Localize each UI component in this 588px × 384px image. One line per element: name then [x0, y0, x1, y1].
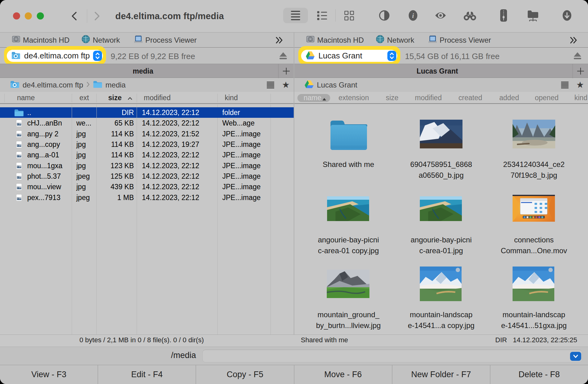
breadcrumb-item[interactable]: Lucas Grant [317, 81, 357, 89]
favorites-label: Process Viewer [440, 36, 491, 45]
grid-item-label[interactable]: Shared with me [305, 159, 392, 170]
pane-divider[interactable] [294, 32, 294, 347]
grid-item-label[interactable]: connectionsComman...One.mov [491, 234, 577, 256]
favorites-item-network[interactable]: Network [82, 32, 120, 48]
favorites-item-process-viewer[interactable]: Process Viewer [134, 32, 197, 48]
column-header-modified[interactable]: modified [144, 94, 171, 102]
file-thumbnail[interactable] [327, 270, 369, 298]
table-row[interactable]: pex...7913jpeg1 MB14.12.2023, 22:12JPE..… [0, 192, 294, 203]
breadcrumb-item[interactable]: media [105, 81, 126, 89]
favorites-item-network[interactable]: Network [376, 32, 414, 48]
breadcrumb-item[interactable]: de4.eltima.com ftp [23, 81, 83, 89]
grid-item-name-line2: e-14541...a copy.jpg [398, 320, 484, 331]
table-row[interactable]: cHJ...anBnwe...65 KB14.12.2023, 22:12Web… [0, 118, 294, 128]
table-row[interactable]: ..DIR14.12.2023, 22:12folder [0, 107, 294, 118]
cell-size: 123 KB [96, 162, 134, 170]
table-row[interactable]: phot...5.37jpeg125 KB14.12.2023, 22:12JP… [0, 171, 294, 181]
grid-item-label[interactable]: mountain_ground_by_burtn...llview.jpg [305, 309, 392, 331]
zoom-button[interactable] [37, 12, 44, 19]
column-header-added[interactable]: added [499, 94, 519, 102]
view-mode-icon[interactable] [267, 82, 274, 90]
table-row[interactable]: ang...a-01jpg114 KB14.12.2023, 22:12JPE.… [0, 150, 294, 160]
show-hidden-icon[interactable] [435, 11, 446, 22]
file-thumbnail[interactable] [420, 120, 462, 148]
close-button[interactable] [13, 12, 20, 19]
column-header-kind[interactable]: kind [225, 94, 238, 102]
view-mode-icon[interactable] [561, 82, 569, 90]
table-row[interactable]: ang...py 2jpg114 KB14.12.2023, 21:52JPE.… [0, 129, 294, 139]
network-icon[interactable] [527, 10, 539, 23]
file-thumbnail[interactable] [327, 196, 369, 221]
column-header-size[interactable]: size [386, 94, 398, 102]
cell-name: pex...7913 [27, 194, 60, 202]
view-grid-icon[interactable] [344, 11, 354, 22]
file-thumbnail[interactable] [513, 267, 554, 301]
drive-selector[interactable]: de4.eltima.com ftp [7, 50, 103, 62]
table-row[interactable]: mou...viewjpg439 KB14.12.2023, 22:12JPE.… [0, 181, 294, 192]
more-favorites-icon[interactable] [570, 37, 578, 45]
favorites-item-macintosh-hd[interactable]: Macintosh HD [306, 32, 364, 48]
column-header-ext[interactable]: ext [79, 94, 89, 102]
eject-icon[interactable] [574, 52, 581, 61]
file-thumbnail[interactable] [513, 120, 555, 148]
cell-kind: JPE...image [222, 140, 261, 149]
command-input[interactable] [202, 350, 582, 362]
function-key-move-f6[interactable]: Move - F6 [294, 365, 392, 384]
drive-selector-stepper[interactable] [387, 51, 396, 61]
column-header-created[interactable]: created [458, 94, 482, 102]
column-header-extension[interactable]: extension [339, 94, 369, 102]
grid-item-label[interactable]: angourie-bay-picnic-area-01.jpg [398, 234, 484, 256]
grid-item-label[interactable]: mountain-landscape-14541...a copy.jpg [398, 309, 484, 331]
function-key-view-f3[interactable]: View - F3 [0, 365, 98, 384]
google-drive-icon [306, 51, 315, 61]
forward-icon[interactable] [93, 11, 101, 21]
breadcrumb-right: Lucas Grant [305, 78, 357, 92]
new-tab-icon[interactable] [282, 67, 290, 76]
grid-item-name-line1: angourie-bay-picni [398, 234, 484, 245]
function-key-edit-f4[interactable]: Edit - F4 [98, 365, 196, 384]
drive-selector-stepper[interactable] [93, 51, 102, 61]
command-history-button[interactable] [570, 352, 581, 361]
view-detail-icon[interactable] [317, 11, 327, 21]
archive-icon[interactable] [499, 9, 509, 23]
column-header-separator [137, 94, 137, 102]
eject-icon[interactable] [279, 52, 287, 61]
file-thumbnail[interactable] [420, 196, 462, 221]
tab-title-left[interactable]: media [0, 64, 286, 78]
column-header-name[interactable]: name [304, 94, 322, 102]
table-row[interactable]: ang...copyjpg114 KB14.12.2023, 19:27JPE.… [0, 139, 294, 150]
tab-title-right[interactable]: Lucas Grant [294, 64, 580, 78]
toggle-panel-icon[interactable] [379, 10, 390, 22]
function-key-copy-f5[interactable]: Copy - F5 [196, 365, 294, 384]
column-header-name[interactable]: name [17, 94, 35, 102]
grid-item-label[interactable]: angourie-bay-picnic-area-01 copy.jpg [305, 234, 392, 256]
back-icon[interactable] [70, 11, 78, 21]
image-file-icon [16, 130, 22, 139]
folder-thumbnail[interactable] [329, 117, 368, 151]
image-file-icon [16, 151, 22, 160]
column-header-modified[interactable]: modified [415, 94, 442, 102]
column-header-opened[interactable]: opened [535, 94, 559, 102]
favorites-item-process-viewer[interactable]: Process Viewer [428, 32, 491, 48]
grid-item-label[interactable]: 25341240344_ce270f19c8_b.jpg [491, 159, 577, 181]
info-icon[interactable]: i [408, 10, 418, 22]
favorites-item-macintosh-hd[interactable]: Macintosh HD [12, 32, 70, 48]
function-key-delete-f8[interactable]: Delete - F8 [490, 365, 588, 384]
download-icon[interactable] [562, 10, 572, 22]
more-favorites-icon[interactable] [275, 37, 283, 45]
favorite-star-icon[interactable]: ★ [576, 80, 584, 90]
favorite-star-icon[interactable]: ★ [282, 80, 290, 90]
minimize-button[interactable] [25, 12, 32, 19]
file-thumbnail[interactable] [420, 267, 462, 301]
function-key-new-folder-f7[interactable]: New Folder - F7 [392, 365, 490, 384]
file-thumbnail[interactable] [513, 195, 555, 222]
search-icon[interactable] [463, 10, 476, 22]
drive-selector[interactable]: Lucas Grant [301, 50, 397, 62]
column-header-kind[interactable]: kind [574, 94, 587, 102]
grid-item-label[interactable]: mountain-landscape-14541...51gxa.jpg [491, 309, 577, 331]
view-list-icon[interactable] [291, 11, 300, 22]
grid-item-label[interactable]: 6904758951_6868a06560_b.jpg [398, 159, 484, 181]
table-row[interactable]: mou...1gxajpg123 KB14.12.2023, 22:12JPE.… [0, 160, 294, 171]
new-tab-icon[interactable] [577, 67, 585, 76]
column-header-size[interactable]: size [108, 94, 121, 102]
